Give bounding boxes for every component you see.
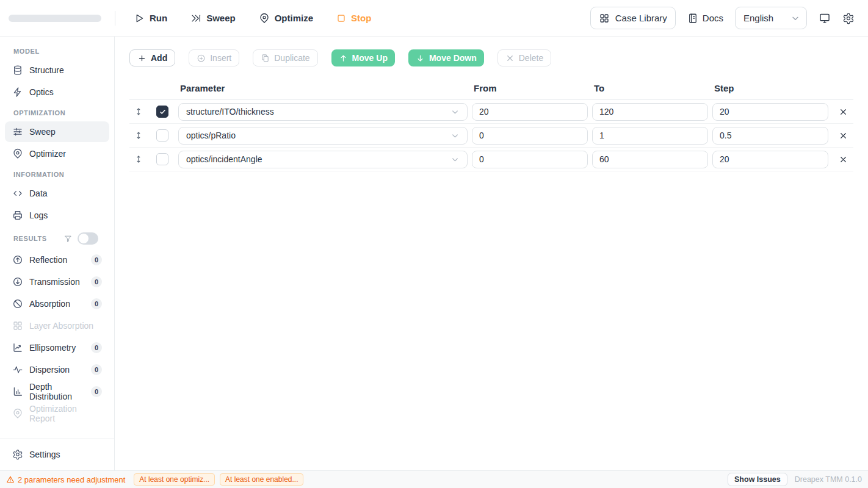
sidebar-item-label: Optimization Report [29, 404, 102, 423]
filter-icon[interactable] [63, 234, 73, 243]
language-select[interactable]: English [735, 7, 807, 29]
to-input[interactable] [592, 103, 708, 121]
chevron-down-icon [450, 107, 460, 117]
parameter-select[interactable]: structure/ITO/thickness [178, 103, 468, 121]
table-header: Parameter From To Step [129, 83, 853, 100]
column-header-step: Step [712, 83, 828, 93]
from-input[interactable] [472, 127, 588, 145]
status-issue-badge[interactable]: At least one optimiz... [134, 473, 215, 486]
add-button[interactable]: Add [129, 49, 175, 66]
table-row: optics/pRatio [129, 124, 853, 148]
sidebar-item-dispersion[interactable]: Dispersion 0 [5, 359, 109, 380]
logo-placeholder [9, 15, 101, 22]
count-badge: 0 [91, 298, 102, 309]
to-input[interactable] [592, 127, 708, 145]
sidebar-item-ellipsometry[interactable]: Ellipsometry 0 [5, 337, 109, 358]
row-enabled-checkbox[interactable] [156, 129, 168, 142]
play-icon [134, 13, 145, 24]
sidebar-item-structure[interactable]: Structure [5, 60, 109, 81]
stop-button[interactable]: Stop [336, 13, 371, 23]
to-input[interactable] [592, 151, 708, 168]
gear-icon[interactable] [842, 12, 855, 24]
row-delete-button[interactable] [833, 107, 853, 117]
move-up-button[interactable]: Move Up [331, 49, 395, 66]
sidebar: MODEL Structure Optics OPTIMIZATION Swee… [0, 37, 115, 470]
map-pin-icon [12, 148, 23, 159]
printer-icon [12, 210, 23, 221]
table-row: optics/incidentAngle [129, 148, 853, 171]
from-input[interactable] [472, 151, 588, 168]
map-pin-icon [12, 408, 23, 419]
duplicate-button[interactable]: Duplicate [253, 49, 317, 66]
run-controls: Run Sweep Optimize Stop [134, 13, 371, 24]
case-library-button[interactable]: Case Library [590, 7, 676, 29]
column-header-to: To [592, 83, 708, 93]
sidebar-item-label: Logs [29, 210, 48, 220]
row-delete-button[interactable] [833, 131, 853, 140]
run-button[interactable]: Run [134, 13, 167, 24]
drag-handle[interactable] [129, 131, 148, 140]
sidebar-item-label: Data [29, 188, 48, 198]
parameter-select[interactable]: optics/incidentAngle [178, 151, 468, 168]
sidebar-item-label: Optics [29, 87, 54, 97]
section-title-information: INFORMATION [0, 165, 114, 182]
map-pin-icon [259, 13, 270, 24]
row-enabled-checkbox[interactable] [156, 106, 168, 118]
drag-handle[interactable] [129, 107, 148, 117]
parameter-value: optics/pRatio [186, 131, 236, 140]
move-down-label: Move Down [429, 53, 477, 63]
sidebar-item-depth-distribution[interactable]: Depth Distribution 0 [5, 381, 109, 402]
code-icon [12, 188, 23, 199]
sidebar-item-logs[interactable]: Logs [5, 205, 109, 226]
row-delete-button[interactable] [833, 155, 853, 164]
chevron-down-icon [790, 13, 800, 23]
sweep-icon [190, 13, 201, 24]
sidebar-item-transmission[interactable]: Transmission 0 [5, 271, 109, 292]
section-title-results: RESULTS [0, 226, 114, 249]
arrow-down-circle-icon [12, 276, 23, 287]
parameter-select[interactable]: optics/pRatio [178, 127, 468, 145]
x-icon [839, 155, 848, 164]
drag-handle[interactable] [129, 154, 148, 164]
from-input[interactable] [472, 103, 588, 121]
step-input[interactable] [712, 151, 828, 168]
display-icon[interactable] [819, 12, 831, 24]
top-toolbar: Run Sweep Optimize Stop Case Library [0, 0, 868, 37]
sidebar-item-optimizer[interactable]: Optimizer [5, 143, 109, 164]
chevron-down-icon [450, 155, 460, 164]
sidebar-item-sweep[interactable]: Sweep [5, 121, 109, 142]
sidebar-item-absorption[interactable]: Absorption 0 [5, 293, 109, 314]
add-label: Add [151, 53, 167, 63]
delete-button[interactable]: Delete [497, 49, 551, 66]
count-badge: 0 [91, 276, 102, 287]
insert-label: Insert [210, 53, 231, 63]
sidebar-item-data[interactable]: Data [5, 183, 109, 204]
arrow-up-circle-icon [12, 254, 23, 265]
move-down-button[interactable]: Move Down [408, 49, 484, 66]
sidebar-item-reflection[interactable]: Reflection 0 [5, 249, 109, 270]
insert-button[interactable]: Insert [189, 49, 239, 66]
sweep-label: Sweep [206, 13, 236, 23]
sidebar-item-label: Ellipsometry [29, 343, 76, 353]
step-input[interactable] [712, 127, 828, 145]
show-issues-button[interactable]: Show Issues [728, 473, 787, 486]
results-visibility-toggle[interactable] [78, 232, 98, 245]
duplicate-label: Duplicate [274, 53, 309, 63]
sliders-icon [12, 126, 23, 137]
grid-icon [599, 13, 610, 24]
sidebar-item-label: Reflection [29, 255, 67, 265]
count-badge: 0 [91, 386, 102, 397]
row-enabled-checkbox[interactable] [156, 153, 168, 165]
arrows-vertical-icon [134, 107, 143, 117]
status-issue-badge[interactable]: At least one enabled... [220, 473, 303, 486]
sidebar-item-settings[interactable]: Settings [5, 444, 109, 465]
step-input[interactable] [712, 103, 828, 121]
docs-button[interactable]: Docs [687, 13, 723, 24]
sweep-run-button[interactable]: Sweep [190, 13, 236, 24]
sidebar-item-optimization-report: Optimization Report [5, 403, 109, 424]
sidebar-item-optics[interactable]: Optics [5, 82, 109, 102]
optimize-button[interactable]: Optimize [259, 13, 313, 24]
app-window: Run Sweep Optimize Stop Case Library [0, 0, 868, 488]
sidebar-item-label: Sweep [29, 127, 56, 137]
sidebar-item-label: Layer Absorption [29, 321, 93, 331]
